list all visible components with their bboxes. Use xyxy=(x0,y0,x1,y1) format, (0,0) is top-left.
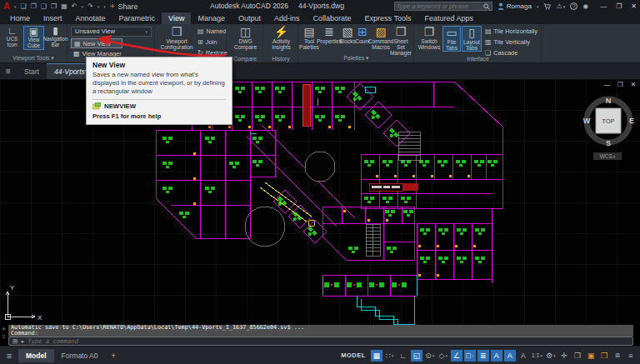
compass-west[interactable]: W xyxy=(583,117,591,125)
tab-addins[interactable]: Add-ins xyxy=(268,12,307,24)
ortho-mode-toggle[interactable]: ◱ xyxy=(411,350,422,362)
model-space-indicator[interactable]: MODEL xyxy=(341,352,366,359)
snap-mode-toggle[interactable]: ∷ xyxy=(384,350,396,362)
user-dropdown-icon[interactable]: ▾ xyxy=(537,4,539,9)
tab-manage[interactable]: Manage xyxy=(191,12,232,24)
close-button[interactable]: ✕ xyxy=(631,2,637,10)
autocad-logo-icon[interactable]: A xyxy=(3,0,10,12)
cart-icon[interactable] xyxy=(543,3,551,10)
dwg-compare-button[interactable]: ◫ DWG Compare xyxy=(230,26,261,50)
annotation-visibility-toggle[interactable]: A xyxy=(491,350,502,362)
object-isolate-toggle[interactable]: ❐ xyxy=(572,350,583,362)
compass-east[interactable]: E xyxy=(629,117,634,125)
redo-icon[interactable]: ↷ xyxy=(88,2,93,10)
clean-screen-toggle[interactable]: ✛ xyxy=(558,350,570,362)
new-view-button[interactable]: ▦ New View xyxy=(71,38,122,48)
help-icon[interactable]: ? xyxy=(570,2,578,10)
viewport-configuration-button[interactable]: ❒ Viewport Configuration xyxy=(159,26,194,50)
layout-tab-model[interactable]: Model xyxy=(18,349,54,362)
qat-customize-icon[interactable]: ▾ xyxy=(103,4,106,9)
fullscreen-toggle[interactable]: ⧈ xyxy=(612,350,623,362)
alert-icon[interactable]: ⚠ xyxy=(556,2,565,10)
tab-insert[interactable]: Insert xyxy=(37,12,69,24)
undo-icon[interactable]: ↶ xyxy=(72,2,78,10)
file-tab-start[interactable]: Start xyxy=(17,63,47,79)
tab-home[interactable]: Home xyxy=(3,12,37,24)
new-layout-button[interactable]: + xyxy=(106,352,122,360)
search-box[interactable] xyxy=(394,2,492,11)
app-circle-icon[interactable]: ◉ xyxy=(582,2,588,10)
user-account-button[interactable]: Romaga xyxy=(498,2,532,10)
compass-north[interactable]: N xyxy=(606,97,612,105)
logo-dropdown-icon[interactable]: ▾ xyxy=(14,4,17,9)
view-cube-button[interactable]: ▣ View Cube xyxy=(23,26,44,50)
command-line-wrench-icon[interactable]: ✛ xyxy=(2,326,6,332)
restore-viewports-button[interactable]: ↻ Restore xyxy=(198,49,228,57)
grid-toggle[interactable]: ▦ xyxy=(371,350,382,362)
view-combo-box[interactable]: Unsaved View ▾ xyxy=(71,27,152,37)
command-input-bar[interactable]: ▤ ▸ xyxy=(8,337,633,346)
lineweight-toggle[interactable]: ≣ xyxy=(478,350,489,362)
panel-label-compare[interactable]: Compare xyxy=(228,56,262,62)
command-line-grip-icon[interactable]: ≡ xyxy=(2,334,6,339)
file-tab-menu-icon[interactable]: ≡ xyxy=(0,63,17,79)
wcs-menu[interactable]: WCS xyxy=(593,152,622,160)
search-icon[interactable] xyxy=(483,3,490,10)
save-icon[interactable]: ❑ xyxy=(41,2,47,10)
open-file-icon[interactable]: ❐ xyxy=(31,2,37,10)
blocks-button[interactable]: ▧ Blocks xyxy=(340,26,355,44)
command-history[interactable]: Automatic save to C:\Users\RENATO\AppDat… xyxy=(8,325,633,337)
customization-button[interactable]: ≡ xyxy=(625,350,637,362)
layout-tabs-button[interactable]: ▯ Layout Tabs xyxy=(462,26,482,52)
search-input[interactable] xyxy=(397,2,483,10)
tab-view[interactable]: View xyxy=(162,12,191,24)
join-viewports-button[interactable]: ⊞ Join xyxy=(198,38,217,46)
restore-button[interactable]: ❐ xyxy=(616,2,622,10)
annotation-autoscale-toggle[interactable]: A xyxy=(504,350,516,362)
annotation-scale-button[interactable]: 1:1 xyxy=(531,350,543,362)
tab-annotate[interactable]: Annotate xyxy=(69,12,112,24)
annotation-monitor-toggle[interactable]: A xyxy=(518,350,529,362)
undo-dropdown-icon[interactable]: ▾ xyxy=(81,4,83,9)
minimize-button[interactable]: — xyxy=(600,2,607,10)
infer-constraints-toggle[interactable]: ∟ xyxy=(398,350,409,362)
named-viewports-button[interactable]: ▤ Named xyxy=(198,27,226,35)
share-button[interactable]: ✈ Share xyxy=(110,2,138,11)
object-snap-tracking-toggle[interactable]: ∠ xyxy=(451,350,462,362)
tile-vertically-button[interactable]: ▥ Tile Vertically xyxy=(485,38,530,46)
redo-dropdown-icon[interactable]: ▾ xyxy=(98,4,100,9)
save-as-icon[interactable]: ❒ xyxy=(51,2,57,10)
tab-parametric[interactable]: Parametric xyxy=(112,12,162,24)
panel-label-interface[interactable]: Interface xyxy=(415,56,541,62)
command-customize-icon[interactable]: ▤ xyxy=(12,338,18,345)
isometric-drafting-toggle[interactable]: ◇ xyxy=(438,350,449,362)
new-file-icon[interactable]: ❏ xyxy=(20,2,26,10)
command-input[interactable] xyxy=(28,337,629,345)
layout-tab-formato-a0[interactable]: Formato A0 xyxy=(54,349,106,362)
tab-featured-apps[interactable]: Featured Apps xyxy=(418,12,480,24)
panel-label-viewport-tools[interactable]: Viewport Tools ▾ xyxy=(0,55,67,62)
tab-output[interactable]: Output xyxy=(232,12,268,24)
object-snap-toggle[interactable]: □ xyxy=(464,350,476,362)
view-cube-top-label[interactable]: TOP xyxy=(602,117,614,125)
tile-horizontally-button[interactable]: ▤ Tile Horizontally xyxy=(485,27,538,35)
switch-windows-button[interactable]: ❐ Switch Windows xyxy=(417,26,442,50)
command-macros-button[interactable]: ▨ Command Macros xyxy=(370,26,392,50)
ucs-icon-button[interactable]: ∟ UCS Icon xyxy=(2,26,22,48)
properties-button[interactable]: ≣ Properties xyxy=(319,26,339,44)
sheet-set-manager-button[interactable]: ❒ Sheet Set Manager xyxy=(391,26,411,56)
tab-express-tools[interactable]: Express Tools xyxy=(358,12,418,24)
plot-icon[interactable]: ▦ xyxy=(61,2,68,10)
panel-label-history[interactable]: History xyxy=(264,56,298,62)
tab-collaborate[interactable]: Collaborate xyxy=(307,12,358,24)
navigation-bar-button[interactable]: ▮ Navigation Bar xyxy=(45,26,66,48)
view-cube[interactable]: N W E S TOP WCS xyxy=(582,87,637,159)
panel-label-palettes[interactable]: Palettes ▾ xyxy=(299,55,413,62)
file-tabs-button[interactable]: ▭ File Tabs xyxy=(442,26,461,52)
command-recent-icon[interactable]: ▸ xyxy=(22,338,25,345)
polar-tracking-toggle[interactable]: ⊙ xyxy=(424,350,436,362)
layout-tab-menu-icon[interactable]: ≡ xyxy=(0,351,18,361)
activity-insights-button[interactable]: ⚡ Activity Insights xyxy=(267,26,296,50)
workspace-switching-button[interactable]: ⚙ xyxy=(545,350,557,362)
security-notification-icon[interactable]: ❒ xyxy=(598,350,610,362)
